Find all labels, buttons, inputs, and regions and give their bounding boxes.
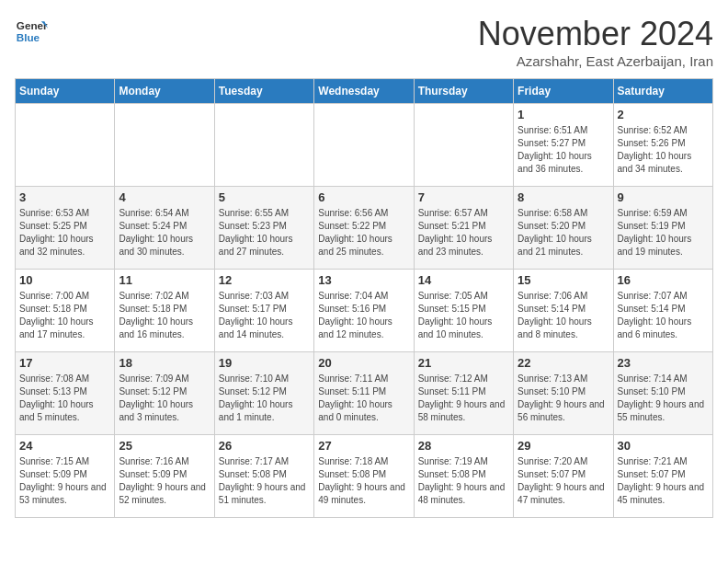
day-info: Sunrise: 6:57 AM Sunset: 5:21 PM Dayligh… — [418, 207, 509, 259]
day-number: 16 — [618, 273, 709, 287]
calendar-week-row: 3Sunrise: 6:53 AM Sunset: 5:25 PM Daylig… — [16, 187, 713, 270]
weekday-header: Monday — [115, 79, 214, 104]
calendar-day-cell — [314, 104, 414, 187]
calendar-day-cell: 16Sunrise: 7:07 AM Sunset: 5:14 PM Dayli… — [613, 270, 712, 352]
calendar-week-row: 10Sunrise: 7:00 AM Sunset: 5:18 PM Dayli… — [16, 270, 713, 352]
day-info: Sunrise: 6:55 AM Sunset: 5:23 PM Dayligh… — [219, 207, 310, 259]
day-info: Sunrise: 6:52 AM Sunset: 5:26 PM Dayligh… — [618, 124, 709, 176]
day-info: Sunrise: 6:53 AM Sunset: 5:25 PM Dayligh… — [19, 207, 110, 259]
calendar-day-cell — [414, 104, 513, 187]
day-number: 29 — [518, 439, 609, 453]
day-number: 26 — [219, 439, 310, 453]
logo: General Blue — [15, 15, 48, 48]
day-info: Sunrise: 7:16 AM Sunset: 5:09 PM Dayligh… — [119, 455, 210, 507]
day-info: Sunrise: 7:07 AM Sunset: 5:14 PM Dayligh… — [618, 290, 709, 341]
calendar-day-cell: 14Sunrise: 7:05 AM Sunset: 5:15 PM Dayli… — [414, 270, 513, 352]
day-number: 13 — [318, 273, 409, 287]
day-number: 25 — [119, 439, 210, 453]
day-info: Sunrise: 7:00 AM Sunset: 5:18 PM Dayligh… — [19, 290, 110, 341]
day-info: Sunrise: 7:17 AM Sunset: 5:08 PM Dayligh… — [219, 455, 310, 507]
calendar-day-cell: 11Sunrise: 7:02 AM Sunset: 5:18 PM Dayli… — [115, 270, 214, 352]
day-info: Sunrise: 7:04 AM Sunset: 5:16 PM Dayligh… — [318, 290, 409, 341]
svg-text:General: General — [17, 19, 48, 31]
calendar-day-cell: 7Sunrise: 6:57 AM Sunset: 5:21 PM Daylig… — [414, 187, 513, 270]
calendar-day-cell: 13Sunrise: 7:04 AM Sunset: 5:16 PM Dayli… — [314, 270, 414, 352]
calendar-day-cell: 20Sunrise: 7:11 AM Sunset: 5:11 PM Dayli… — [314, 352, 414, 435]
calendar-day-cell: 26Sunrise: 7:17 AM Sunset: 5:08 PM Dayli… — [214, 435, 313, 518]
calendar-day-cell — [214, 104, 313, 187]
day-number: 11 — [119, 273, 210, 287]
calendar-day-cell: 10Sunrise: 7:00 AM Sunset: 5:18 PM Dayli… — [16, 270, 115, 352]
day-number: 27 — [318, 439, 409, 453]
month-title: November 2024 — [478, 15, 713, 53]
calendar-day-cell: 23Sunrise: 7:14 AM Sunset: 5:10 PM Dayli… — [613, 352, 712, 435]
svg-text:Blue: Blue — [17, 31, 40, 43]
day-number: 14 — [418, 273, 509, 287]
day-number: 19 — [219, 356, 310, 370]
calendar-day-cell: 5Sunrise: 6:55 AM Sunset: 5:23 PM Daylig… — [214, 187, 313, 270]
day-info: Sunrise: 7:13 AM Sunset: 5:10 PM Dayligh… — [518, 373, 609, 424]
day-number: 12 — [219, 273, 310, 287]
day-info: Sunrise: 6:51 AM Sunset: 5:27 PM Dayligh… — [518, 124, 609, 176]
day-number: 30 — [618, 439, 709, 453]
weekday-header: Tuesday — [214, 79, 313, 104]
day-info: Sunrise: 6:54 AM Sunset: 5:24 PM Dayligh… — [119, 207, 210, 259]
calendar-day-cell: 24Sunrise: 7:15 AM Sunset: 5:09 PM Dayli… — [16, 435, 115, 518]
weekday-header: Saturday — [613, 79, 712, 104]
day-info: Sunrise: 7:05 AM Sunset: 5:15 PM Dayligh… — [418, 290, 509, 341]
day-info: Sunrise: 7:21 AM Sunset: 5:07 PM Dayligh… — [618, 455, 709, 507]
calendar-day-cell: 18Sunrise: 7:09 AM Sunset: 5:12 PM Dayli… — [115, 352, 214, 435]
day-number: 8 — [518, 190, 609, 204]
calendar-day-cell: 19Sunrise: 7:10 AM Sunset: 5:12 PM Dayli… — [214, 352, 313, 435]
day-info: Sunrise: 7:09 AM Sunset: 5:12 PM Dayligh… — [119, 373, 210, 424]
calendar-day-cell: 25Sunrise: 7:16 AM Sunset: 5:09 PM Dayli… — [115, 435, 214, 518]
day-number: 1 — [518, 108, 609, 121]
day-info: Sunrise: 7:06 AM Sunset: 5:14 PM Dayligh… — [518, 290, 609, 341]
calendar-table: SundayMondayTuesdayWednesdayThursdayFrid… — [15, 78, 713, 518]
calendar-day-cell: 4Sunrise: 6:54 AM Sunset: 5:24 PM Daylig… — [115, 187, 214, 270]
calendar-day-cell: 28Sunrise: 7:19 AM Sunset: 5:08 PM Dayli… — [414, 435, 513, 518]
weekday-header: Friday — [514, 79, 613, 104]
day-number: 28 — [418, 439, 509, 453]
calendar-day-cell: 8Sunrise: 6:58 AM Sunset: 5:20 PM Daylig… — [514, 187, 613, 270]
day-info: Sunrise: 7:11 AM Sunset: 5:11 PM Dayligh… — [318, 373, 409, 424]
calendar-day-cell: 21Sunrise: 7:12 AM Sunset: 5:11 PM Dayli… — [414, 352, 513, 435]
day-number: 10 — [19, 273, 110, 287]
day-info: Sunrise: 7:19 AM Sunset: 5:08 PM Dayligh… — [418, 455, 509, 507]
weekday-header: Wednesday — [314, 79, 414, 104]
day-number: 18 — [119, 356, 210, 370]
calendar-week-row: 1Sunrise: 6:51 AM Sunset: 5:27 PM Daylig… — [16, 104, 713, 187]
day-info: Sunrise: 6:58 AM Sunset: 5:20 PM Dayligh… — [518, 207, 609, 259]
day-number: 4 — [119, 190, 210, 204]
day-number: 15 — [518, 273, 609, 287]
day-number: 9 — [618, 190, 709, 204]
logo-icon: General Blue — [15, 15, 48, 48]
calendar-day-cell: 17Sunrise: 7:08 AM Sunset: 5:13 PM Dayli… — [16, 352, 115, 435]
day-info: Sunrise: 7:02 AM Sunset: 5:18 PM Dayligh… — [119, 290, 210, 341]
day-number: 23 — [618, 356, 709, 370]
day-info: Sunrise: 7:14 AM Sunset: 5:10 PM Dayligh… — [618, 373, 709, 424]
calendar-day-cell: 9Sunrise: 6:59 AM Sunset: 5:19 PM Daylig… — [613, 187, 712, 270]
subtitle: Azarshahr, East Azerbaijan, Iran — [478, 53, 713, 69]
calendar-day-cell: 3Sunrise: 6:53 AM Sunset: 5:25 PM Daylig… — [16, 187, 115, 270]
day-number: 21 — [418, 356, 509, 370]
calendar-day-cell: 6Sunrise: 6:56 AM Sunset: 5:22 PM Daylig… — [314, 187, 414, 270]
calendar-day-cell: 12Sunrise: 7:03 AM Sunset: 5:17 PM Dayli… — [214, 270, 313, 352]
day-info: Sunrise: 7:03 AM Sunset: 5:17 PM Dayligh… — [219, 290, 310, 341]
day-number: 20 — [318, 356, 409, 370]
calendar-day-cell: 30Sunrise: 7:21 AM Sunset: 5:07 PM Dayli… — [613, 435, 712, 518]
day-info: Sunrise: 7:10 AM Sunset: 5:12 PM Dayligh… — [219, 373, 310, 424]
day-info: Sunrise: 7:18 AM Sunset: 5:08 PM Dayligh… — [318, 455, 409, 507]
calendar-week-row: 17Sunrise: 7:08 AM Sunset: 5:13 PM Dayli… — [16, 352, 713, 435]
weekday-header: Sunday — [16, 79, 115, 104]
calendar-day-cell: 27Sunrise: 7:18 AM Sunset: 5:08 PM Dayli… — [314, 435, 414, 518]
title-area: November 2024 Azarshahr, East Azerbaijan… — [478, 15, 713, 69]
day-number: 5 — [219, 190, 310, 204]
day-number: 7 — [418, 190, 509, 204]
calendar-day-cell — [16, 104, 115, 187]
day-info: Sunrise: 7:15 AM Sunset: 5:09 PM Dayligh… — [19, 455, 110, 507]
page-header: General Blue November 2024 Azarshahr, Ea… — [15, 15, 713, 69]
day-info: Sunrise: 6:56 AM Sunset: 5:22 PM Dayligh… — [318, 207, 409, 259]
calendar-day-cell: 1Sunrise: 6:51 AM Sunset: 5:27 PM Daylig… — [514, 104, 613, 187]
day-number: 17 — [19, 356, 110, 370]
